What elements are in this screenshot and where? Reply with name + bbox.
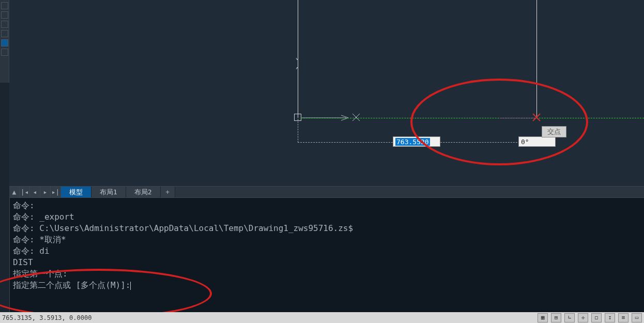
arrow-up-icon: ˅ xyxy=(295,57,299,67)
text-cursor xyxy=(130,282,131,290)
status-coordinates: 765.3135, 3.5913, 0.0000 xyxy=(2,314,91,321)
tab-next-button[interactable]: ▸ xyxy=(40,187,51,197)
tab-model[interactable]: 模型 xyxy=(61,187,91,197)
tick-marker-icon xyxy=(351,113,361,122)
annotation-ellipse-1 xyxy=(410,79,588,165)
tab-layout1-label: 布局1 xyxy=(100,188,117,197)
status-lwt-button[interactable]: ≡ xyxy=(618,313,628,322)
drawing-canvas[interactable]: ˅ ˄ 763.5520 0° 交点 xyxy=(9,0,644,186)
tab-model-label: 模型 xyxy=(69,188,83,197)
command-line: 命令: _export xyxy=(13,211,641,223)
dynamic-distance-input[interactable]: 763.5520 xyxy=(393,136,440,147)
command-prompt-text: 指定第二个点或 [多个点(M)]: xyxy=(13,280,130,290)
command-line: 命令: di xyxy=(13,245,641,257)
command-line: 指定第一个点: xyxy=(13,268,641,280)
tab-layout1[interactable]: 布局1 xyxy=(91,187,126,197)
distance-value: 763.5520 xyxy=(395,138,430,146)
angle-value: 0° xyxy=(521,138,529,146)
tab-last-button[interactable]: ▸| xyxy=(51,187,61,197)
toolbar-button-6[interactable] xyxy=(1,49,8,56)
toolbar-button-3[interactable] xyxy=(1,21,8,28)
tab-plus-label: + xyxy=(165,188,170,196)
command-line: DIST xyxy=(13,257,641,268)
status-snap-button[interactable]: ⊞ xyxy=(551,313,561,322)
command-line: 命令: xyxy=(13,200,641,211)
tab-layout2[interactable]: 布局2 xyxy=(126,187,161,197)
status-ortho-button[interactable]: ∟ xyxy=(564,313,575,322)
toolbar-button-5[interactable] xyxy=(1,39,8,47)
status-osnap-button[interactable]: ◻ xyxy=(591,313,602,322)
toolbar-button-2[interactable] xyxy=(1,11,8,19)
tab-layout2-label: 布局2 xyxy=(134,188,152,197)
status-dyn-button[interactable]: ↧ xyxy=(605,313,615,322)
status-bar: 765.3135, 3.5913, 0.0000 ▦ ⊞ ∟ ✛ ◻ ↧ ≡ ▭ xyxy=(0,312,644,323)
tab-first-button[interactable]: |◂ xyxy=(20,187,30,197)
arrow-up-tip-icon: ˄ xyxy=(295,66,299,76)
magenta-tracking-line xyxy=(500,118,536,118)
snap-tooltip-label: 交点 xyxy=(547,127,561,136)
command-console[interactable]: 命令: 命令: _export 命令: C:\Users\Administrat… xyxy=(9,197,644,312)
status-grid-button[interactable]: ▦ xyxy=(538,313,548,322)
dynamic-angle-input[interactable]: 0° xyxy=(518,136,556,147)
command-line: 命令: *取消* xyxy=(13,234,641,245)
status-more-button[interactable]: ▭ xyxy=(632,313,642,322)
toolbar-button-4[interactable] xyxy=(1,30,8,37)
layout-tab-bar: ▲ |◂ ◂ ▸ ▸| 模型 布局1 布局2 + xyxy=(9,186,644,197)
vertical-line-2 xyxy=(536,0,537,118)
tab-collapse-button[interactable]: ▲ xyxy=(9,187,20,197)
command-prompt-line: 指定第二个点或 [多个点(M)]: xyxy=(13,280,641,291)
left-toolbar xyxy=(0,0,9,83)
snap-tooltip: 交点 xyxy=(542,126,566,137)
intersection-snap-icon xyxy=(532,113,541,121)
status-polar-button[interactable]: ✛ xyxy=(578,313,588,322)
tab-prev-button[interactable]: ◂ xyxy=(30,187,40,197)
tab-add-button[interactable]: + xyxy=(161,187,175,197)
command-line: 命令: C:\Users\Administrator\AppData\Local… xyxy=(13,223,641,234)
toolbar-button-1[interactable] xyxy=(1,2,8,9)
dimension-drop-left xyxy=(298,119,298,143)
